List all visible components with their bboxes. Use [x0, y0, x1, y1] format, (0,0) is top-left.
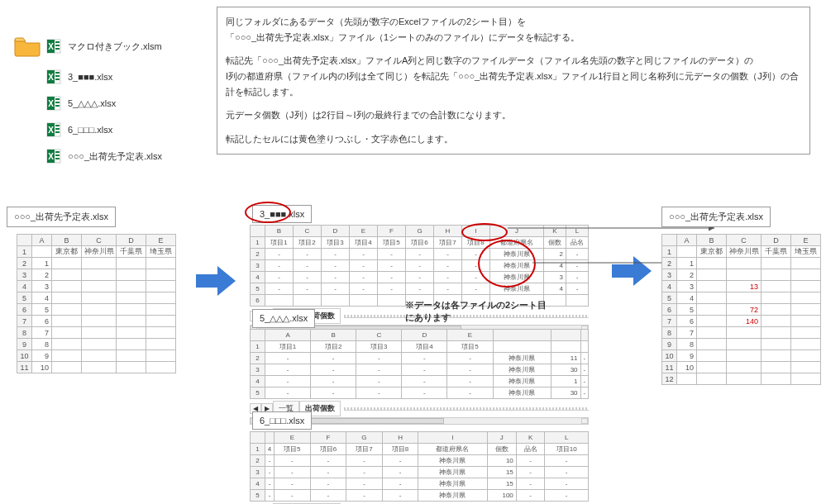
- dest-sheet: ABCDE 1東京都神奈川県千葉県埼玉県 21 32 4313 54 6572 …: [661, 234, 821, 385]
- source-caption: ○○○_出荷先予定表.xlsx: [7, 207, 116, 227]
- svg-rect-22: [55, 128, 60, 130]
- svg-rect-5: [55, 48, 60, 50]
- source-sheet: ABCDE 1東京都神奈川県千葉県埼玉県 21 32 43 54 65 76 8…: [17, 234, 176, 373]
- excel-icon: X: [46, 149, 61, 164]
- file-label: 3_■■■.xlsx: [68, 72, 112, 82]
- svg-rect-29: [55, 158, 60, 159]
- highlight-cell: 13: [727, 281, 762, 292]
- svg-rect-11: [55, 78, 60, 80]
- description-box: 同じフォルダにあるデータ（先頭が数字のExcelファイルの2シート目）を 「○○…: [217, 7, 810, 155]
- dest-caption: ○○○_出荷先予定表.xlsx: [661, 207, 771, 227]
- sheet3-table: BCDEFGHIJKL 1項目1項目2項目3項目4項目5項目6項目7項目8都道府…: [250, 225, 589, 307]
- svg-rect-10: [55, 75, 60, 77]
- arrow-icon: [610, 254, 653, 288]
- arrow-icon: [194, 264, 237, 297]
- folder-icon: [13, 35, 41, 58]
- file-row-dest: X ○○○_出荷先予定表.xlsx: [13, 149, 162, 164]
- highlight-cell: 140: [727, 316, 762, 327]
- svg-text:X: X: [48, 73, 54, 82]
- sheet5-table: ABCDE 1項目1項目2項目3項目4項目5 2-----神奈川県11- 3--…: [250, 329, 589, 399]
- excel-macro-icon: X: [46, 39, 61, 54]
- file-row-5: X 5_△△△.xlsx: [13, 96, 162, 111]
- svg-rect-4: [55, 45, 60, 46]
- svg-text:X: X: [48, 42, 54, 51]
- note-text: ※データは各ファイルの2シート目 にあります: [405, 299, 547, 324]
- svg-text:X: X: [48, 152, 54, 161]
- svg-rect-16: [55, 102, 60, 103]
- svg-text:X: X: [48, 99, 54, 108]
- svg-rect-21: [55, 125, 60, 126]
- svg-rect-3: [55, 41, 60, 43]
- excel-icon: X: [46, 96, 61, 111]
- sheet5-caption: 5_△△△.xlsx: [252, 309, 315, 328]
- sheet6-caption: 6_□□□.xlsx: [252, 411, 312, 430]
- excel-icon: X: [46, 122, 61, 137]
- file-label: ○○○_出荷先予定表.xlsx: [68, 150, 162, 163]
- sheet6-table: EFGHIJKL 14項目5項目6項目7項目8都道府県名個数品名項目10 2--…: [250, 431, 589, 502]
- desc-p3: 元データ個数（J列）は2行目～I列の最終行までの合計数になります。: [226, 107, 801, 123]
- highlight-cell: 72: [727, 304, 762, 316]
- desc-p1: 同じフォルダにあるデータ（先頭が数字のExcelファイルの2シート目）を 「○○…: [226, 14, 801, 45]
- svg-rect-9: [55, 72, 60, 74]
- svg-rect-17: [55, 105, 60, 107]
- svg-rect-27: [55, 151, 60, 153]
- svg-text:X: X: [48, 126, 54, 135]
- svg-rect-28: [55, 155, 60, 156]
- file-row-3: X 3_■■■.xlsx: [13, 69, 162, 84]
- desc-p2: 転記先「○○○_出荷先予定表.xlsx」ファイルA列と同じ数字のファイルデータ（…: [226, 53, 801, 99]
- file-label: 5_△△△.xlsx: [68, 98, 116, 109]
- file-row-macro: X マクロ付きブック.xlsm: [13, 35, 162, 58]
- svg-rect-15: [55, 98, 60, 100]
- desc-p4: 転記したセルには黄色塗りつぶし・文字赤色にします。: [226, 131, 801, 147]
- file-label: 6_□□□.xlsx: [68, 125, 112, 135]
- file-label: マクロ付きブック.xlsm: [68, 40, 162, 53]
- file-list: X マクロ付きブック.xlsm X 3_■■■.xlsx X 5_△△△.xls…: [13, 35, 162, 175]
- svg-rect-23: [55, 131, 60, 133]
- file-row-6: X 6_□□□.xlsx: [13, 122, 162, 137]
- excel-icon: X: [46, 69, 61, 84]
- sheet3-caption: 3_■■■.xlsx: [252, 205, 312, 223]
